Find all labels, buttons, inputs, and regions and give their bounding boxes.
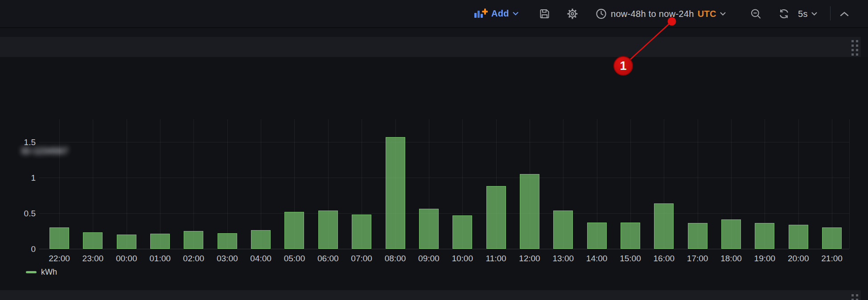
bar-11:00 [486, 186, 506, 249]
bar-13:00 [553, 211, 573, 249]
chevron-down-icon [720, 12, 726, 16]
gridline-h [39, 213, 849, 214]
y-tick-label: 1.5 [13, 138, 36, 146]
x-tick-label: 05:00 [276, 254, 312, 264]
bar-20:00 [789, 225, 808, 249]
x-tick-label: 03:00 [210, 254, 245, 264]
x-tick-label: 09:00 [411, 254, 447, 264]
bar-07:00 [352, 215, 371, 249]
magnifier-minus-icon [750, 8, 762, 20]
x-tick-label: 18:00 [713, 254, 749, 264]
chevron-down-icon [513, 12, 518, 16]
x-tick-label: 08:00 [378, 254, 413, 264]
x-tick-label: 20:00 [781, 254, 816, 264]
bar-18:00 [721, 219, 741, 249]
x-tick-label: 01:00 [142, 254, 178, 264]
time-range-label: now-48h to now-24h [611, 8, 694, 19]
add-label: Add [491, 8, 509, 19]
x-tick-label: 23:00 [75, 254, 111, 264]
refresh-button[interactable] [778, 8, 790, 20]
x-tick-label: 21:00 [814, 254, 850, 264]
legend-swatch [26, 271, 37, 273]
graph-bar-plus-icon [473, 8, 488, 19]
y-tick-label: 1 [13, 174, 36, 182]
save-dashboard-button[interactable] [539, 8, 551, 20]
bar-15:00 [621, 223, 640, 249]
bar-12:00 [520, 174, 539, 249]
chevron-down-icon [811, 12, 817, 16]
bar-17:00 [688, 223, 708, 249]
bar-23:00 [83, 232, 103, 249]
x-tick-label: 06:00 [310, 254, 346, 264]
gridline-v [193, 119, 194, 249]
gridline-v [227, 119, 228, 249]
y-tick-label: 0 [13, 245, 36, 253]
x-tick-label: 14:00 [579, 254, 615, 264]
x-axis-line [39, 249, 849, 249]
time-range-picker[interactable]: now-48h to now-24h UTC [595, 8, 726, 20]
bar-chart: 00.511.522:0023:0000:0001:0002:0003:0004… [0, 0, 868, 300]
x-tick-label: 13:00 [545, 254, 581, 264]
x-tick-label: 07:00 [344, 254, 379, 264]
x-tick-label: 15:00 [613, 254, 648, 264]
bar-02:00 [184, 231, 203, 249]
x-tick-label: 02:00 [176, 254, 211, 264]
bar-08:00 [386, 137, 405, 249]
bar-21:00 [822, 227, 842, 249]
legend-label: kWh [41, 268, 57, 277]
refresh-interval-dropdown[interactable]: 5s [798, 8, 817, 19]
clock-icon [595, 8, 607, 20]
x-tick-label: 12:00 [512, 254, 547, 264]
gridline-h [39, 178, 849, 178]
bar-04:00 [251, 230, 271, 249]
bar-06:00 [318, 211, 338, 249]
grafana-dashboard: Add [0, 0, 868, 300]
dashboard-settings-button[interactable] [566, 8, 579, 20]
bar-09:00 [419, 209, 439, 249]
zoom-out-time-button[interactable] [750, 8, 762, 20]
bar-19:00 [755, 223, 774, 249]
x-tick-label: 22:00 [41, 254, 77, 264]
legend-item-kwh[interactable]: kWh [26, 268, 57, 277]
refresh-icon [778, 8, 790, 20]
y-tick-label: 0.5 [13, 209, 36, 218]
gridline-v [93, 119, 93, 249]
collapse-toolbar-button[interactable] [840, 11, 849, 16]
bar-05:00 [284, 212, 304, 249]
gridline-v [127, 119, 127, 249]
gear-icon [566, 8, 579, 20]
bar-03:00 [218, 233, 237, 249]
chevron-up-icon [840, 11, 849, 16]
add-panel-button[interactable]: Add [473, 8, 518, 19]
bar-14:00 [587, 223, 607, 249]
x-tick-label: 11:00 [478, 254, 514, 264]
bar-16:00 [654, 203, 674, 249]
x-tick-label: 04:00 [243, 254, 279, 264]
gridline-h [39, 142, 849, 142]
x-tick-label: 19:00 [747, 254, 782, 264]
x-tick-label: 10:00 [444, 254, 480, 264]
bar-10:00 [453, 215, 472, 249]
annotation-badge-1: 1 [613, 56, 633, 76]
gridline-v [261, 119, 261, 249]
gridline-v [160, 119, 160, 249]
toolbar-divider [830, 6, 831, 20]
refresh-interval-label: 5s [798, 8, 808, 19]
x-tick-label: 00:00 [109, 254, 144, 264]
bar-22:00 [49, 227, 69, 249]
gridline-v [849, 119, 850, 249]
dashboard-toolbar: Add [0, 0, 868, 28]
x-tick-label: 17:00 [680, 254, 716, 264]
bar-01:00 [150, 234, 170, 249]
bar-00:00 [117, 235, 136, 249]
timezone-label: UTC [698, 8, 716, 19]
x-tick-label: 16:00 [646, 254, 682, 264]
save-icon [539, 8, 551, 20]
